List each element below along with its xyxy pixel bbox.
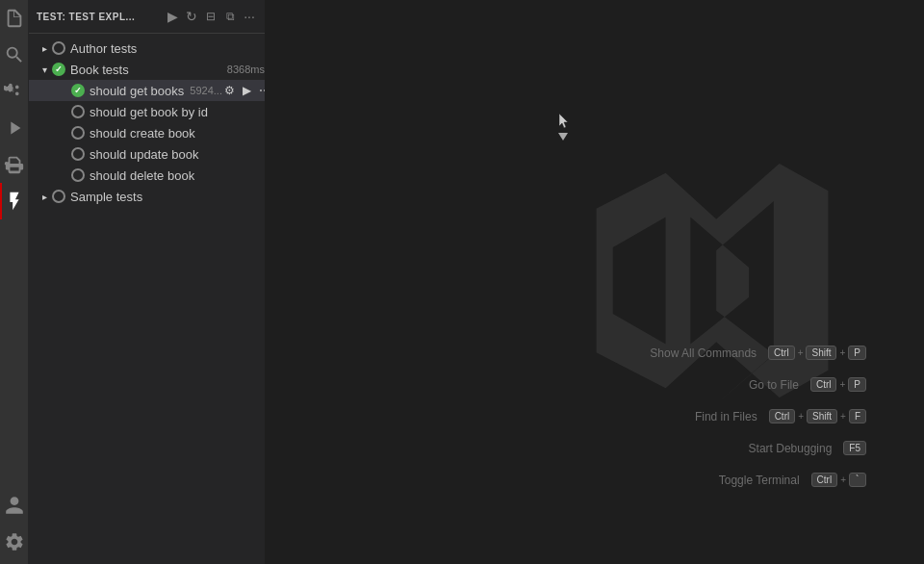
item-label: Author tests — [70, 41, 265, 56]
item-badge: 8368ms — [227, 64, 265, 75]
shortcut-row-debug: Start Debugging F5 — [650, 441, 866, 455]
item-label: Book tests — [70, 63, 221, 77]
more-action-btn[interactable]: ⋯ — [257, 83, 265, 98]
chevron-icon — [37, 40, 52, 56]
chevron-icon — [37, 62, 52, 77]
item-label: should update book — [90, 147, 265, 162]
key: Shift — [807, 409, 837, 423]
item-label: should create book — [90, 126, 265, 141]
key: Ctrl — [769, 409, 796, 423]
sidebar-title: TEST: TEST EXPL... — [37, 12, 159, 22]
status-icon — [71, 168, 85, 182]
settings-action-btn[interactable]: ⚙ — [222, 83, 238, 98]
shortcut-keys: F5 — [843, 441, 866, 455]
accounts-icon[interactable] — [0, 487, 29, 524]
key: ` — [849, 473, 866, 487]
run-all-button[interactable]: ▶ — [165, 9, 180, 24]
tree-item-should-update-book[interactable]: should update book — [29, 143, 265, 165]
key-plus: + — [839, 347, 845, 358]
key: Ctrl — [811, 473, 838, 487]
status-icon — [52, 63, 65, 76]
source-control-icon[interactable] — [0, 73, 29, 110]
shortcut-label: Start Debugging — [749, 442, 833, 455]
sidebar: TEST: TEST EXPL... ▶ ↻ ⊟ ⧉ ··· Author te… — [29, 0, 265, 564]
status-icon — [52, 41, 65, 55]
shortcut-keys: Ctrl + Shift + F — [769, 409, 866, 423]
shortcut-row-commands: Show All Commands Ctrl + Shift + P — [650, 346, 866, 360]
key: P — [848, 346, 866, 360]
key-plus: + — [798, 411, 804, 422]
extensions-icon[interactable] — [0, 146, 29, 183]
key: F5 — [843, 441, 866, 455]
status-icon — [71, 147, 85, 161]
shortcut-label: Toggle Terminal — [719, 474, 800, 487]
main-area: Show All Commands Ctrl + Shift + P Go to… — [265, 0, 924, 564]
item-label: should delete book — [90, 168, 265, 183]
more-button[interactable]: ··· — [242, 9, 257, 24]
activity-bottom — [0, 487, 29, 564]
shortcut-label: Go to File — [749, 378, 799, 392]
settings-icon[interactable] — [0, 524, 29, 560]
testing-icon[interactable] — [0, 183, 29, 219]
shortcut-keys: Ctrl + ` — [811, 473, 866, 487]
shortcut-row-find-files: Find in Files Ctrl + Shift + F — [650, 409, 866, 423]
sidebar-header: TEST: TEST EXPL... ▶ ↻ ⊟ ⧉ ··· — [29, 0, 265, 34]
tree-item-book-tests[interactable]: Book tests 8368ms — [29, 59, 265, 80]
header-icons: ▶ ↻ ⊟ ⧉ ··· — [165, 9, 257, 24]
key-plus: + — [840, 474, 846, 485]
item-badge: 5924... — [190, 85, 222, 96]
key: Ctrl — [810, 377, 837, 392]
shortcut-row-goto-file: Go to File Ctrl + P — [650, 377, 866, 392]
collapse-all-button[interactable]: ⊟ — [203, 9, 218, 24]
status-icon — [71, 105, 85, 118]
shortcut-keys: Ctrl + P — [810, 377, 866, 392]
item-label: should get book by id — [90, 105, 265, 119]
shortcut-label: Show All Commands — [650, 346, 757, 360]
refresh-button[interactable]: ↻ — [184, 9, 199, 24]
run-debug-icon[interactable] — [0, 110, 29, 146]
item-label: should get books — [90, 84, 184, 98]
status-icon — [71, 126, 85, 140]
key-plus: + — [840, 411, 846, 422]
search-icon[interactable] — [0, 37, 29, 73]
tree-item-should-delete-book[interactable]: should delete book — [29, 165, 265, 186]
key-plus: + — [839, 379, 845, 390]
shortcut-row-terminal: Toggle Terminal Ctrl + ` — [650, 473, 866, 487]
tree-item-should-create-book[interactable]: should create book — [29, 122, 265, 143]
item-actions: ⚙ ▶ ⋯ — [222, 83, 265, 98]
shortcuts-panel: Show All Commands Ctrl + Shift + P Go to… — [650, 346, 866, 487]
status-icon — [71, 84, 85, 97]
key: Shift — [806, 346, 836, 360]
view-more-button[interactable]: ⧉ — [222, 9, 238, 24]
mouse-cursor — [558, 113, 566, 126]
tree-item-should-get-books[interactable]: should get books 5924... ⚙ ▶ ⋯ — [29, 80, 265, 101]
key: Ctrl — [768, 346, 795, 360]
key-plus: + — [798, 347, 804, 358]
status-icon — [52, 190, 65, 203]
run-action-btn[interactable]: ▶ — [240, 83, 255, 98]
key: F — [849, 409, 866, 423]
files-icon[interactable] — [0, 0, 29, 37]
key: P — [848, 377, 866, 392]
tree-item-author-tests[interactable]: Author tests — [29, 38, 265, 59]
shortcut-label: Find in Files — [695, 410, 757, 423]
item-label: Sample tests — [70, 190, 265, 204]
tree-item-sample-tests[interactable]: Sample tests — [29, 186, 265, 207]
chevron-icon — [37, 189, 52, 204]
tree-item-should-get-book-by-id[interactable]: should get book by id — [29, 101, 265, 122]
shortcut-keys: Ctrl + Shift + P — [768, 346, 866, 360]
test-tree: Author tests Book tests 8368ms should ge… — [29, 34, 265, 564]
activity-bar — [0, 0, 29, 564]
